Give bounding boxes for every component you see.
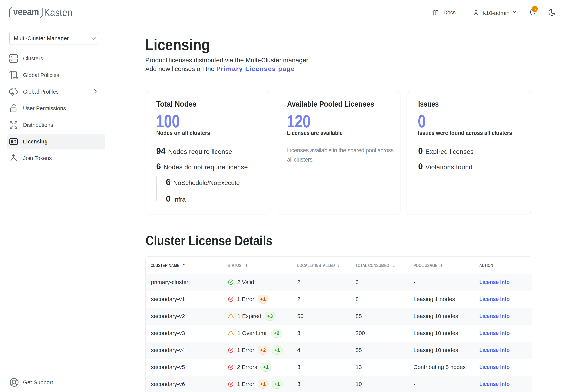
svg-text:veeam: veeam <box>13 7 39 17</box>
